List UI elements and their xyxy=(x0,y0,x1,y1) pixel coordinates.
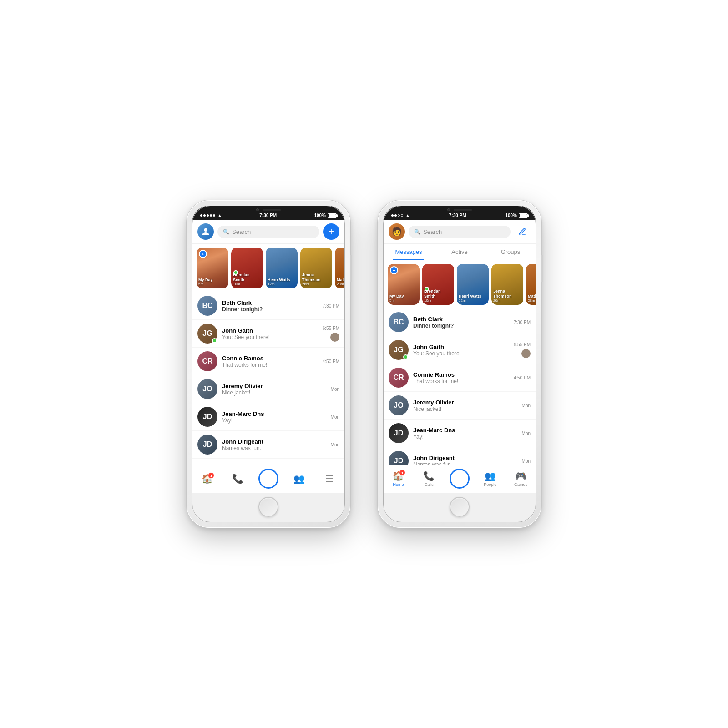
user-avatar[interactable] xyxy=(197,223,214,240)
home-button[interactable] xyxy=(258,497,278,517)
story-label: Henri Watts12m xyxy=(268,278,296,287)
story-item-0[interactable]: +My Day5m xyxy=(388,264,420,305)
conversation-time: Mon xyxy=(331,387,339,392)
conversation-item[interactable]: JOJeremy OlivierNice jacket!Mon xyxy=(383,392,536,420)
search-bar[interactable]: 🔍Search xyxy=(409,226,511,238)
message-tabs: MessagesActiveGroups xyxy=(383,244,536,260)
nav-item-4[interactable]: 🎮Games xyxy=(506,470,536,487)
front-camera xyxy=(256,208,259,211)
conversation-item[interactable]: CRConnie RamosThat works for me!4:50 PM xyxy=(383,364,536,392)
conversation-item[interactable]: JDJohn DirigeantNantes was fun.Mon xyxy=(383,447,536,465)
conversation-name: John Gaith xyxy=(413,344,509,350)
nav-item-2[interactable] xyxy=(253,469,283,489)
online-badge xyxy=(425,287,429,291)
avatar-initials: CR xyxy=(197,351,217,371)
conversation-name: Jean-Marc Dns xyxy=(222,410,326,417)
conversation-item[interactable]: JOJeremy OlivierNice jacket!Mon xyxy=(192,375,345,403)
conversation-preview: Dinner tonight? xyxy=(222,306,318,313)
conversation-avatar: CR xyxy=(389,368,409,388)
story-item-2[interactable]: Henri Watts12m xyxy=(457,264,489,305)
home-button-area xyxy=(383,493,536,522)
conversation-name: Beth Clark xyxy=(413,316,509,323)
speaker xyxy=(263,209,281,211)
conversation-preview: Nantes was fun. xyxy=(222,445,326,451)
avatar-initials: BC xyxy=(197,296,217,316)
status-bar: ▲7:30 PM100% xyxy=(390,213,529,218)
conversation-list: BCBeth ClarkDinner tonight?7:30 PMJGJohn… xyxy=(192,292,345,465)
conversation-preview: Nantes was fun. xyxy=(413,461,517,465)
conversation-item[interactable]: JGJohn GaithYou: See you there!6:55 PM xyxy=(192,320,345,348)
avatar-initials: JO xyxy=(389,395,409,415)
nav-badge: 1 xyxy=(399,470,405,476)
conversation-avatar: BC xyxy=(389,312,409,332)
edit-button[interactable] xyxy=(514,223,531,240)
nav-item-2[interactable] xyxy=(444,469,475,489)
add-button[interactable]: + xyxy=(323,223,339,240)
conversation-name: Connie Ramos xyxy=(222,355,318,362)
story-label: Jenna Thomson26m xyxy=(302,273,330,287)
svg-point-0 xyxy=(204,228,207,232)
conversation-preview: That works for me! xyxy=(222,362,318,368)
nav-label-1: Calls xyxy=(425,482,434,487)
phone-right: ▲7:30 PM100%🧑🔍SearchMessagesActiveGroups… xyxy=(378,200,541,528)
conversation-name: Jean-Marc Dns xyxy=(413,427,517,434)
nav-icon-3: 👥 xyxy=(485,470,496,481)
home-button[interactable] xyxy=(450,497,470,517)
search-placeholder: Search xyxy=(423,228,442,235)
nav-item-0[interactable]: 1🏠 xyxy=(192,473,222,484)
phones-container: ▲7:30 PM100%🔍Search++My Day5mBrendan Smi… xyxy=(187,200,541,528)
speaker xyxy=(454,209,472,211)
avatar-initials: JO xyxy=(197,379,217,399)
user-avatar[interactable]: 🧑 xyxy=(389,223,405,240)
conversation-avatar: JO xyxy=(197,379,217,399)
camera-button[interactable] xyxy=(258,469,278,489)
nav-item-3[interactable]: 👥 xyxy=(284,473,314,484)
conversation-preview: Yay! xyxy=(222,417,326,424)
nav-item-1[interactable]: 📞 xyxy=(222,473,253,484)
conversation-time: 6:55 PM xyxy=(514,342,531,347)
search-icon: 🔍 xyxy=(414,229,420,235)
search-bar[interactable]: 🔍Search xyxy=(217,226,319,238)
story-item-3[interactable]: Jenna Thomson26m xyxy=(491,264,523,305)
camera-button[interactable] xyxy=(450,469,470,489)
conversation-preview: Yay! xyxy=(413,434,517,440)
conversation-item[interactable]: JDJohn DirigeantNantes was fun.Mon xyxy=(192,431,345,459)
nav-item-1[interactable]: 📞Calls xyxy=(414,470,444,487)
message-thumb xyxy=(521,349,531,358)
conversation-time: 4:50 PM xyxy=(514,375,531,380)
conversation-avatar: JD xyxy=(197,407,217,427)
tab-messages[interactable]: Messages xyxy=(383,244,434,260)
avatar-initials: CR xyxy=(389,368,409,388)
avatar-initials: JD xyxy=(389,423,409,443)
nav-item-4[interactable]: ☰ xyxy=(314,473,345,484)
nav-item-3[interactable]: 👥People xyxy=(475,470,506,487)
conversation-time: Mon xyxy=(522,431,531,436)
conversation-item[interactable]: JGJohn GaithYou: See you there!6:55 PM xyxy=(383,336,536,364)
nav-item-0[interactable]: 1🏠Home xyxy=(383,470,414,487)
nav-icon-1: 📞 xyxy=(232,473,243,484)
conversation-item[interactable]: BCBeth ClarkDinner tonight?7:30 PM xyxy=(383,308,536,336)
tab-active[interactable]: Active xyxy=(434,244,485,260)
conversation-item[interactable]: JDJean-Marc DnsYay!Mon xyxy=(192,403,345,431)
story-label: Jenna Thomson26m xyxy=(493,289,521,303)
story-item-0[interactable]: +My Day5m xyxy=(197,248,228,288)
app-header: 🔍Search+ xyxy=(192,220,345,244)
conversation-avatar: JO xyxy=(389,395,409,415)
story-item-4[interactable]: Mathi Olivie28m xyxy=(526,264,536,305)
conversation-avatar: JD xyxy=(389,451,409,465)
story-item-1[interactable]: Brendan Smith10m xyxy=(231,248,263,288)
conversation-avatar: JD xyxy=(197,435,217,455)
story-item-4[interactable]: Mathi Olivie28m xyxy=(335,248,345,288)
conversation-item[interactable]: JDJean-Marc DnsYay!Mon xyxy=(383,420,536,447)
story-label: My Day5m xyxy=(198,278,227,287)
story-item-3[interactable]: Jenna Thomson26m xyxy=(300,248,332,288)
conversation-item[interactable]: CRConnie RamosThat works for me!4:50 PM xyxy=(192,348,345,375)
conversation-item[interactable]: BCBeth ClarkDinner tonight?7:30 PM xyxy=(192,292,345,320)
stories-row: +My Day5mBrendan Smith10mHenri Watts12mJ… xyxy=(192,244,345,292)
tab-groups[interactable]: Groups xyxy=(485,244,536,260)
wifi-icon: ▲ xyxy=(405,213,410,218)
story-item-1[interactable]: Brendan Smith10m xyxy=(422,264,454,305)
story-item-2[interactable]: Henri Watts12m xyxy=(266,248,298,288)
conversation-avatar: CR xyxy=(197,351,217,371)
conversation-name: Beth Clark xyxy=(222,299,318,306)
